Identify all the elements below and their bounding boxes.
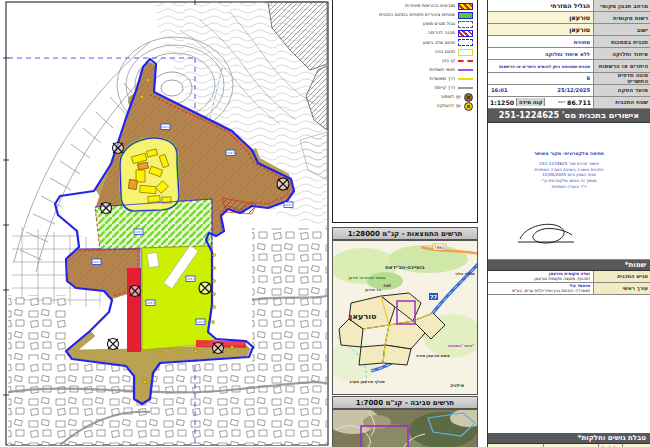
zone-lime: [142, 245, 216, 350]
legend-label: מבנה להריסה: [337, 31, 455, 36]
parcels-table-header: טבלת גושים וחלקות*: [488, 433, 650, 444]
legend-item: מגרשים בהוראות מיוחדות: [333, 2, 477, 11]
handwritten-signature: [516, 219, 576, 247]
legend-symbol-dashed-box: [458, 21, 473, 28]
info-value: ללא איחוד וחלוקה: [488, 48, 593, 59]
legend-symbol-purple-line: [458, 69, 473, 71]
info-label: איחוד וחלוקה: [593, 48, 650, 59]
legend-label: תחום בניה: [337, 50, 455, 55]
signature-title: חתימה אלקטרונית- מקור מאושר: [488, 151, 650, 156]
legend-and-diagrams-column: מגרשים בהוראות מיוחדות שטחים ציבוריים פת…: [332, 0, 480, 447]
info-row: היתרים או הרשאות תכנית שמכוחה ניתן להוצי…: [488, 60, 650, 72]
legend-symbol-yellow-box: [458, 49, 473, 56]
info-label: מרחב תכנון מקומי: [593, 0, 650, 11]
label-interchange-golani: מחלף גולני: [455, 271, 475, 276]
legend-label: דרך קיימת: [337, 86, 455, 91]
names-row: מגיש התכנית ועדה מקומית טורעאן (תכנון): …: [488, 271, 650, 283]
label-town: טורעאן: [350, 312, 377, 321]
label-peak-elevation: 548: [383, 284, 391, 288]
info-label: רשות מקומית: [593, 12, 650, 23]
label-junction-east: צומת טורעאן מזרח: [416, 353, 450, 358]
production-date: 25/12/2025: [557, 87, 590, 93]
orientation-diagram-header: תרשים התמצאות - קנ"מ 1:28000: [332, 227, 478, 240]
legend-label: מגרשים בהוראות מיוחדות: [337, 4, 455, 9]
signature-text: חתימה אלקטרונית- מקור מאושר אישור תכנית …: [488, 151, 650, 189]
legend-item: תוואי תשתיות: [333, 66, 477, 75]
building-cluster: [120, 138, 179, 211]
info-value: הגליל המזרחי: [488, 0, 593, 11]
info-row: ישוב טורעאן: [488, 24, 650, 36]
legend-label: עץ להעתקה: [337, 104, 461, 109]
info-label: מועד הפקה: [593, 85, 650, 96]
signature-line: יו"ר הועדה המחוזית: [488, 184, 650, 190]
legend-item: דרך מאושרת: [333, 75, 477, 84]
legend-label: תוואי תשתיות: [337, 68, 455, 73]
vicinity-diagram: [332, 409, 478, 447]
label-farm: חוות "האחוזה": [448, 343, 475, 348]
legend-symbol-green-box: [458, 12, 473, 19]
legend: מגרשים בהוראות מיוחדות שטחים ציבוריים פת…: [332, 0, 478, 223]
signature-box: חתימה אלקטרונית- מקור מאושר אישור תכנית …: [488, 123, 650, 260]
info-row: מרחב תכנון מקומי הגליל המזרחי: [488, 0, 650, 12]
submitter-detail: (תכנון): מועצה מקומית טורעאן: [491, 276, 590, 281]
label-ilaniya: אילניה: [450, 383, 464, 388]
info-value: תכנית שמכוחה ניתן להוציא היתרים או הרשאו…: [488, 60, 593, 71]
legend-item: תחום בניה: [333, 47, 477, 56]
approvals-header: אישורים בתכנית מס' 251-1224625: [488, 109, 650, 123]
urban-fabric-south: [8, 362, 327, 445]
scale-label: קנה מידה: [516, 98, 545, 106]
plan-sheet: מגרשים בהוראות מיוחדות שטחים ציבוריים פת…: [0, 0, 650, 447]
legend-symbol-blue-dashed-box: [458, 39, 473, 46]
legend-symbol-gray-line: [458, 87, 473, 89]
legend-item: גבול מגרש מוצע: [333, 20, 477, 29]
empty-space: [488, 295, 650, 433]
label-town-north: בועיינה-נוג'ידאת: [385, 264, 424, 270]
label-peak: הר תירען: [365, 287, 381, 292]
production-time: 16:01: [491, 87, 508, 93]
label-interchange-west: מחלף טורעאן מערב: [349, 379, 385, 384]
urban-fabric-west: [8, 295, 66, 360]
plan-info-panel: מרחב תכנון מקומי הגליל המזרחי רשות מקומי…: [487, 0, 650, 447]
legend-symbol-yellow-line: [458, 78, 473, 80]
info-value: 6: [488, 73, 593, 84]
info-row: תכנית בסמכות מחוזית: [488, 36, 650, 48]
legend-label: דרך מאושרת: [337, 77, 455, 82]
main-plan-map-svg: [0, 0, 332, 447]
info-row: רשות מקומית טורעאן: [488, 12, 650, 24]
legend-label: גבול מגרש מוצע: [337, 22, 455, 27]
info-label: תכנית בסמכות: [593, 36, 650, 47]
legend-symbol-relocated-tree-icon: [464, 102, 473, 111]
legend-symbol-yellow-red-hatch: [458, 3, 473, 10]
legend-item: עץ להעתקה: [333, 102, 477, 111]
legend-symbol-red-stripe-box: [458, 30, 473, 37]
names-label: מגיש התכנית: [593, 271, 650, 282]
legend-item: שטחים ציבוריים פתוחים בתחום התכנית: [333, 11, 477, 20]
scale-value: 1:1250: [490, 99, 514, 106]
info-row-plan-area: שטח התכנית 86.711 דונם קנה מידה 1:1250: [488, 97, 650, 109]
legend-item: קו בנין: [333, 57, 477, 66]
legend-symbol-red-dashed-line: [458, 60, 473, 62]
legend-label: תחום שלב ביצוע: [337, 41, 455, 46]
info-row: איחוד וחלוקה ללא איחוד וחלוקה: [488, 48, 650, 60]
plan-area-unit: דונם: [558, 100, 565, 104]
names-header: שמות*: [488, 260, 650, 271]
info-value: טורעאן: [488, 12, 593, 23]
vicinity-diagram-header: תרשים סביבה - קנ"מ 1:7000: [332, 396, 478, 409]
info-label: שטח התכנית: [593, 97, 650, 108]
main-plan-map: [0, 0, 332, 447]
names-row: עורך ראשי מוחמד עלי (משרד): הנדסת בנין ו…: [488, 283, 650, 295]
plan-area-value: 86.711: [567, 99, 591, 106]
names-label: עורך ראשי: [593, 283, 650, 294]
orientation-map-svg: 7861 77 בועיינה-נוג'ידאת מצפה יערות הר ת…: [333, 241, 478, 395]
info-value: טורעאן: [488, 24, 593, 35]
urban-fabric-east: [252, 228, 327, 362]
route-regional-shield: 7861: [434, 245, 446, 250]
editor-detail: (משרד): הנדסת בנין ואדריכלות ערים, בע"מ: [491, 288, 590, 293]
legend-item: עץ לשימור: [333, 93, 477, 102]
legend-label: עץ לשימור: [337, 95, 461, 100]
info-row-production-date: מועד הפקה 25/12/2025 16:01: [488, 85, 650, 97]
info-value: מחוזית: [488, 36, 593, 47]
legend-label: שטחים ציבוריים פתוחים בתחום התכנית: [337, 13, 455, 18]
info-label: היתרים או הרשאות: [593, 60, 650, 71]
info-label: ישוב: [593, 24, 650, 35]
